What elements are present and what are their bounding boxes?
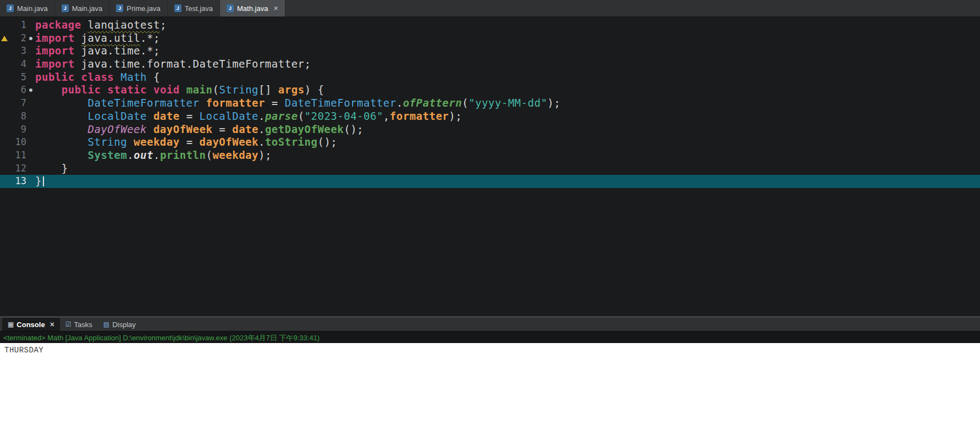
bottom-tab-tasks[interactable]: ☑Tasks xyxy=(60,318,98,331)
console-icon: ▣ xyxy=(8,321,14,328)
java-file-icon: J xyxy=(62,4,69,12)
line-number[interactable]: 7 xyxy=(10,97,27,110)
close-icon[interactable]: × xyxy=(273,4,278,12)
bottom-tab-bar: ▣Console×☑Tasks▤Display xyxy=(0,318,980,332)
tab-label: Console xyxy=(16,321,45,329)
gutter-icon-column xyxy=(0,175,10,188)
fold-marker-icon[interactable] xyxy=(29,89,32,92)
tab-label: Test.java xyxy=(185,4,213,13)
code-text: } xyxy=(35,162,980,175)
code-text: public class Math { xyxy=(35,71,980,84)
fold-column xyxy=(27,45,35,58)
code-text: LocalDate date = LocalDate.parse("2023-0… xyxy=(35,110,980,123)
tab-label: Display xyxy=(112,321,136,329)
fold-column xyxy=(27,123,35,136)
fold-column xyxy=(27,136,35,149)
code-line[interactable]: 5public class Math { xyxy=(0,71,980,84)
editor-tab-main-java[interactable]: JMain.java xyxy=(55,0,110,16)
tab-label: Prime.java xyxy=(126,4,160,13)
tasks-icon: ☑ xyxy=(65,321,71,328)
gutter-icon-column xyxy=(0,162,10,175)
fold-column xyxy=(27,97,35,110)
gutter-icon-column xyxy=(0,45,10,58)
line-number[interactable]: 1 xyxy=(10,19,27,32)
gutter-icon-column xyxy=(0,19,10,32)
code-area[interactable]: 1package lanqiaotest;2import java.util.*… xyxy=(0,19,980,188)
line-number[interactable]: 9 xyxy=(10,123,27,136)
tab-label: Tasks xyxy=(74,321,92,329)
fold-column xyxy=(27,58,35,71)
code-line[interactable]: 1package lanqiaotest; xyxy=(0,19,980,32)
code-line[interactable]: 13} xyxy=(0,175,980,188)
line-number[interactable]: 6 xyxy=(10,84,27,97)
fold-column xyxy=(27,110,35,123)
java-file-icon: J xyxy=(174,4,181,12)
gutter-icon-column xyxy=(0,149,10,162)
console-output-area[interactable]: THURSDAY xyxy=(0,343,980,442)
tab-label: Math.java xyxy=(237,4,268,13)
line-number[interactable]: 12 xyxy=(10,162,27,175)
fold-column xyxy=(27,19,35,32)
line-number[interactable]: 11 xyxy=(10,149,27,162)
line-number[interactable]: 3 xyxy=(10,45,27,58)
gutter-icon-column xyxy=(0,110,10,123)
gutter-icon-column xyxy=(0,71,10,84)
code-line[interactable]: 12 } xyxy=(0,162,980,175)
java-file-icon: J xyxy=(116,4,123,12)
line-number[interactable]: 8 xyxy=(10,110,27,123)
code-text: String weekday = dayOfWeek.toString(); xyxy=(35,136,980,149)
code-editor[interactable]: 1package lanqiaotest;2import java.util.*… xyxy=(0,17,980,316)
code-text: import java.time.format.DateTimeFormatte… xyxy=(35,58,980,71)
code-text: public static void main(String[] args) { xyxy=(35,84,980,97)
editor-tab-main-java[interactable]: JMain.java xyxy=(0,0,55,16)
fold-column xyxy=(27,84,35,97)
code-line[interactable]: 11 System.out.println(weekday); xyxy=(0,149,980,162)
ide-window: JMain.javaJMain.javaJPrime.javaJTest.jav… xyxy=(0,0,980,442)
gutter-icon-column xyxy=(0,97,10,110)
code-text: import java.util.*; xyxy=(35,32,980,45)
bottom-tab-display[interactable]: ▤Display xyxy=(98,318,141,331)
code-line[interactable]: 9 DayOfWeek dayOfWeek = date.getDayOfWee… xyxy=(0,123,980,136)
gutter-icon-column xyxy=(0,32,10,45)
code-text: DayOfWeek dayOfWeek = date.getDayOfWeek(… xyxy=(35,123,980,136)
code-line[interactable]: 10 String weekday = dayOfWeek.toString()… xyxy=(0,136,980,149)
line-number[interactable]: 13 xyxy=(10,175,27,188)
fold-column xyxy=(27,71,35,84)
display-icon: ▤ xyxy=(103,321,109,328)
fold-column xyxy=(27,175,35,188)
console-output-text: THURSDAY xyxy=(4,346,43,355)
editor-tab-bar: JMain.javaJMain.javaJPrime.javaJTest.jav… xyxy=(0,0,980,17)
fold-marker-icon[interactable] xyxy=(29,37,32,40)
gutter-icon-column xyxy=(0,123,10,136)
gutter-icon-column xyxy=(0,58,10,71)
fold-column xyxy=(27,32,35,45)
console-status-line: <terminated> Math [Java Application] D:\… xyxy=(0,332,980,343)
code-line[interactable]: 7 DateTimeFormatter formatter = DateTime… xyxy=(0,97,980,110)
tab-label: Main.java xyxy=(17,4,48,13)
fold-column xyxy=(27,162,35,175)
line-number[interactable]: 4 xyxy=(10,58,27,71)
line-number[interactable]: 5 xyxy=(10,71,27,84)
close-icon[interactable]: × xyxy=(50,321,54,328)
line-number[interactable]: 10 xyxy=(10,136,27,149)
code-text: package lanqiaotest; xyxy=(35,19,980,32)
editor-tab-math-java[interactable]: JMath.java× xyxy=(220,0,285,16)
line-number[interactable]: 2 xyxy=(10,32,27,45)
java-file-icon: J xyxy=(227,4,234,12)
java-file-icon: J xyxy=(7,4,14,12)
code-line[interactable]: 3import java.time.*; xyxy=(0,45,980,58)
code-line[interactable]: 8 LocalDate date = LocalDate.parse("2023… xyxy=(0,110,980,123)
code-line[interactable]: 4import java.time.format.DateTimeFormatt… xyxy=(0,58,980,71)
fold-column xyxy=(27,149,35,162)
tab-label: Main.java xyxy=(72,4,103,13)
bottom-tab-console[interactable]: ▣Console× xyxy=(2,318,60,331)
gutter-icon-column xyxy=(0,84,10,97)
warning-icon[interactable] xyxy=(1,36,8,41)
code-text: System.out.println(weekday); xyxy=(35,149,980,162)
code-text: } xyxy=(35,175,980,188)
editor-tab-test-java[interactable]: JTest.java xyxy=(168,0,220,16)
code-line[interactable]: 2import java.util.*; xyxy=(0,32,980,45)
editor-tab-prime-java[interactable]: JPrime.java xyxy=(109,0,167,16)
gutter-icon-column xyxy=(0,136,10,149)
code-line[interactable]: 6 public static void main(String[] args)… xyxy=(0,84,980,97)
